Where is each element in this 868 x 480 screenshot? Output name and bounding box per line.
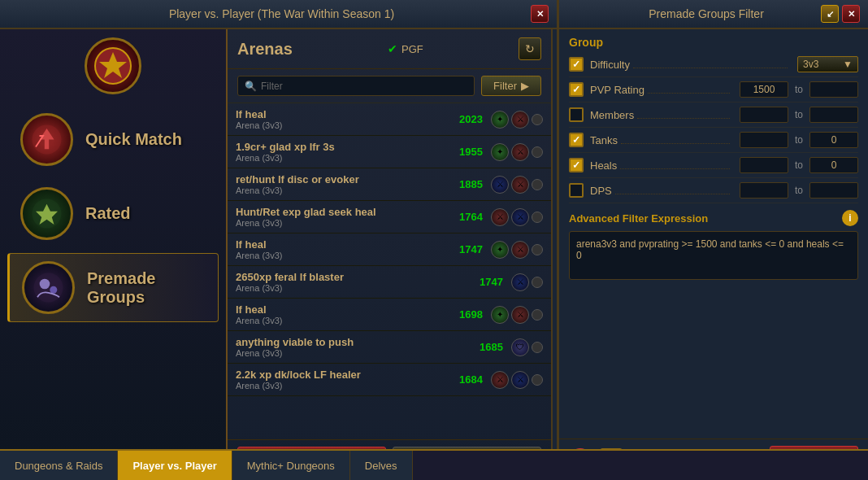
group-sub: Arena (3v3) [236, 251, 450, 260]
sidebar-item-premade[interactable]: Premade Groups [7, 253, 219, 322]
adv-filter-title: Advanced Filter Expression [569, 212, 708, 225]
tab-mythic-dungeons[interactable]: Mythic+ Dungeons [232, 451, 350, 480]
status-dot [532, 342, 543, 353]
dps-icon: ⚔ [491, 208, 509, 226]
group-name: anything viable to push [236, 336, 471, 348]
group-sub: Arena (3v3) [236, 381, 450, 391]
table-row[interactable]: 2.2k xp dk/lock LF healer Arena (3v3) 16… [228, 364, 551, 396]
group-row-info: 1.9cr+ glad xp lfr 3s Arena (3v3) [236, 141, 450, 163]
dps-blue-icon: ⚔ [491, 176, 509, 194]
pvp-rating-to-input[interactable] [809, 81, 858, 98]
heals-from-input[interactable] [740, 157, 788, 173]
arenas-panel: Arenas ✔ PGF ↻ 🔍 Filter [228, 29, 553, 480]
members-checkbox[interactable] [569, 107, 584, 122]
members-to-input[interactable] [809, 107, 858, 123]
dps-to-input[interactable] [809, 182, 858, 199]
group-name: lf heal [236, 238, 450, 251]
refresh-button[interactable]: ↻ [519, 37, 541, 60]
arenas-title: Arenas [237, 40, 293, 59]
group-sub: Arena (3v3) [236, 120, 450, 130]
difficulty-dropdown[interactable]: 3v3 ▼ [797, 56, 858, 72]
dps-blue-icon: ⚔ [511, 273, 529, 291]
filter-row-dps: DPS to [569, 178, 858, 203]
arenas-header: Arenas ✔ PGF ↻ [228, 29, 551, 69]
filter-row-heals: Heals to [569, 153, 858, 178]
table-row[interactable]: ret/hunt lf disc or evoker Arena (3v3) 1… [228, 168, 551, 201]
filter-minimize-btn[interactable]: ↙ [821, 5, 839, 23]
heals-to-input[interactable] [809, 157, 858, 173]
status-dot [532, 277, 543, 288]
info-button[interactable]: i [842, 210, 858, 226]
pvp-close-btn[interactable]: ✕ [531, 5, 549, 23]
tanks-to-label: to [795, 134, 803, 146]
table-row[interactable]: lf heal Arena (3v3) 2023 ✦ ⚔ [228, 103, 551, 136]
pvp-rating-checkbox[interactable] [569, 82, 584, 97]
dps-checkbox[interactable] [569, 183, 584, 198]
group-sub: Arena (3v3) [236, 283, 471, 293]
group-row-info: lf heal Arena (3v3) [236, 303, 450, 325]
healer-icon: ✦ [491, 306, 509, 324]
group-name: ret/hunt lf disc or evoker [236, 173, 450, 185]
status-dot [532, 374, 543, 386]
filter-button[interactable]: Filter ▶ [481, 76, 541, 96]
group-sub: Arena (3v3) [236, 316, 450, 325]
dps-to-label: to [795, 185, 803, 196]
filter-arrow-icon: ▶ [521, 80, 529, 92]
tanks-checkbox[interactable] [569, 133, 584, 147]
group-row-info: 2650xp feral lf blaster Arena (3v3) [236, 271, 471, 293]
status-dot [532, 146, 543, 158]
table-row[interactable]: Hunt/Ret exp glad seek heal Arena (3v3) … [228, 201, 551, 233]
table-row[interactable]: lf heal Arena (3v3) 1698 ✦ ⚔ [228, 299, 551, 331]
dps-from-input[interactable] [740, 182, 788, 199]
dps-icon: ⚔ [491, 371, 509, 389]
sidebar-item-rated[interactable]: Rated [7, 179, 219, 248]
filter-text-input[interactable] [261, 81, 467, 92]
group-row-info: anything viable to push Arena (3v3) [236, 336, 471, 358]
table-row[interactable]: lf heal Arena (3v3) 1747 ✦ ⚔ [228, 233, 551, 266]
adv-filter-text[interactable]: arena3v3 and pvprating >= 1500 and tanks… [569, 231, 858, 280]
group-icons: 🛡 [511, 338, 543, 356]
dps-blue-icon: ⚔ [511, 208, 529, 226]
filter-row-tanks: Tanks to [569, 128, 858, 153]
dps-icon: ⚔ [511, 176, 529, 194]
premade-icon [22, 261, 75, 314]
dps-icon: ⚔ [511, 306, 529, 324]
filter-row-members: Members to [569, 103, 858, 128]
horde-icon [93, 46, 133, 86]
group-name: 1.9cr+ glad xp lfr 3s [236, 141, 450, 153]
sidebar-item-quick-match[interactable]: Quick Match [7, 105, 219, 174]
group-score: 1684 [450, 373, 483, 386]
group-name: 2650xp feral lf blaster [236, 271, 471, 283]
quick-match-graphic [28, 121, 65, 158]
healer-icon: ✦ [491, 111, 509, 129]
table-row[interactable]: 1.9cr+ glad xp lfr 3s Arena (3v3) 1955 ✦… [228, 136, 551, 168]
filter-close-btn[interactable]: ✕ [842, 5, 860, 23]
group-name: Hunt/Ret exp glad seek heal [236, 206, 450, 218]
group-score: 1698 [450, 308, 483, 321]
sidebar-label-rated: Rated [85, 204, 131, 223]
filter-input-wrapper[interactable]: 🔍 [237, 76, 475, 96]
heals-checkbox[interactable] [569, 158, 584, 172]
group-score: 1885 [450, 178, 483, 190]
group-name: lf heal [236, 303, 450, 316]
tab-player-vs-player[interactable]: Player vs. Player [118, 451, 232, 480]
pvp-rating-from-input[interactable] [740, 81, 788, 98]
pvp-title: Player vs. Player (The War Within Season… [33, 7, 531, 20]
dps-label: DPS [590, 185, 733, 197]
table-row[interactable]: anything viable to push Arena (3v3) 1685… [228, 331, 551, 364]
difficulty-checkbox[interactable] [569, 57, 584, 72]
filter-window: Premade Groups Filter ↙ ✕ Group Difficul… [559, 0, 868, 480]
filter-rows: Difficulty 3v3 ▼ PVP Rating [559, 52, 868, 203]
filter-group-label: Group [559, 29, 868, 52]
filter-title: Premade Groups Filter [592, 7, 821, 20]
table-row[interactable]: 2650xp feral lf blaster Arena (3v3) 1747… [228, 266, 551, 299]
dps-icon: ⚔ [511, 241, 529, 259]
pgf-label: PGF [401, 43, 423, 55]
tab-dungeons-raids[interactable]: Dungeons & Raids [0, 451, 118, 480]
tanks-from-input[interactable] [740, 132, 788, 148]
adv-filter-header: Advanced Filter Expression i [569, 210, 858, 226]
members-from-input[interactable] [740, 107, 788, 123]
search-icon: 🔍 [245, 81, 257, 92]
tab-delves[interactable]: Delves [350, 451, 413, 480]
tanks-to-input[interactable] [809, 132, 858, 148]
